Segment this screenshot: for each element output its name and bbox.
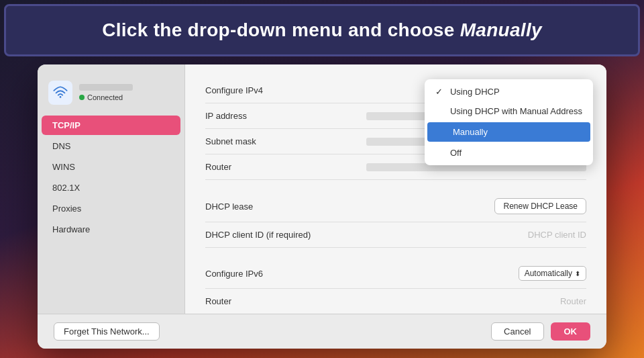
separator-1 bbox=[205, 180, 586, 191]
network-preferences-dialog: Connected TCP/IP DNS WINS 802.1X Proxies… bbox=[38, 64, 606, 349]
configure-ipv6-row: Configure IPv6 Automatically ⬍ bbox=[205, 259, 586, 289]
subnet-mask-label: Subnet mask bbox=[205, 136, 366, 146]
sidebar-item-label-8021x: 802.1X bbox=[52, 183, 80, 193]
sidebar-item-label-tcpip: TCP/IP bbox=[52, 120, 80, 130]
sidebar-item-proxies[interactable]: Proxies bbox=[42, 199, 180, 218]
banner-text-emphasis: Manually bbox=[460, 19, 542, 40]
router-ipv6-placeholder: Router bbox=[366, 296, 586, 306]
dropdown-label-using-dhcp: Using DHCP bbox=[450, 87, 500, 97]
dropdown-item-using-dhcp-manual[interactable]: Using DHCP with Manual Address bbox=[425, 101, 593, 121]
svg-point-0 bbox=[60, 96, 62, 98]
ok-button[interactable]: OK bbox=[551, 322, 591, 341]
checkmark-using-dhcp: ✓ bbox=[435, 87, 445, 97]
instruction-banner: Click the drop-down menu and choose Manu… bbox=[4, 4, 640, 56]
forget-network-button[interactable]: Forget This Network... bbox=[54, 322, 160, 341]
dropdown-item-off[interactable]: Off bbox=[425, 143, 593, 163]
footer-left: Forget This Network... bbox=[54, 322, 160, 341]
ipv6-select[interactable]: Automatically ⬍ bbox=[519, 266, 586, 281]
router-label: Router bbox=[205, 162, 366, 172]
banner-text-prefix: Click the drop-down menu and choose bbox=[102, 19, 460, 40]
network-name-blur bbox=[79, 84, 133, 91]
dialog-footer: Forget This Network... Cancel OK bbox=[38, 314, 606, 349]
dropdown-item-using-dhcp[interactable]: ✓ Using DHCP bbox=[425, 82, 593, 101]
connected-label: Connected bbox=[87, 93, 123, 101]
connected-dot bbox=[79, 95, 85, 100]
dhcp-lease-row: DHCP lease Renew DHCP Lease bbox=[205, 191, 586, 222]
sidebar-item-tcpip[interactable]: TCP/IP bbox=[42, 116, 180, 135]
dropdown-label-off: Off bbox=[450, 148, 462, 158]
wifi-icon bbox=[48, 81, 72, 105]
sidebar-item-label-dns: DNS bbox=[52, 141, 70, 151]
connection-status: Connected bbox=[79, 93, 133, 101]
sidebar-item-label-wins: WINS bbox=[52, 162, 75, 172]
ipv6-select-value: Automatically bbox=[525, 269, 572, 278]
updown-icon: ⬍ bbox=[575, 270, 580, 277]
configure-ipv4-dropdown: ✓ Using DHCP Using DHCP with Manual Addr… bbox=[425, 79, 593, 165]
configure-ipv6-value: Automatically ⬍ bbox=[519, 266, 586, 281]
renew-dhcp-button[interactable]: Renew DHCP Lease bbox=[494, 198, 586, 214]
sidebar-item-dns[interactable]: DNS bbox=[42, 136, 180, 156]
sidebar-item-8021x[interactable]: 802.1X bbox=[42, 178, 180, 197]
footer-right: Cancel OK bbox=[491, 322, 590, 341]
dialog-body: Connected TCP/IP DNS WINS 802.1X Proxies… bbox=[38, 64, 606, 314]
sidebar-item-hardware[interactable]: Hardware bbox=[42, 220, 180, 239]
dropdown-label-manually: Manually bbox=[453, 127, 488, 137]
dropdown-item-manually[interactable]: Manually bbox=[427, 122, 590, 142]
dhcp-client-id-label: DHCP client ID (if required) bbox=[205, 230, 366, 240]
router-ipv6-row: Router Router bbox=[205, 289, 586, 314]
network-name-box: Connected bbox=[79, 84, 133, 101]
router-ipv6-label: Router bbox=[205, 296, 366, 306]
sidebar: Connected TCP/IP DNS WINS 802.1X Proxies… bbox=[38, 64, 185, 314]
separator-2 bbox=[205, 248, 586, 259]
dhcp-lease-label: DHCP lease bbox=[205, 202, 366, 212]
network-info: Connected bbox=[38, 75, 184, 114]
cancel-button[interactable]: Cancel bbox=[491, 322, 543, 341]
sidebar-item-label-proxies: Proxies bbox=[52, 204, 81, 214]
dhcp-client-id-placeholder: DHCP client ID bbox=[366, 230, 586, 240]
configure-ipv4-label: Configure IPv4 bbox=[205, 85, 366, 95]
configure-ipv6-label: Configure IPv6 bbox=[205, 269, 366, 279]
dhcp-client-id-row: DHCP client ID (if required) DHCP client… bbox=[205, 222, 586, 248]
ip-address-label: IP address bbox=[205, 111, 366, 121]
sidebar-item-wins[interactable]: WINS bbox=[42, 157, 180, 177]
sidebar-item-label-hardware: Hardware bbox=[52, 224, 90, 234]
banner-text: Click the drop-down menu and choose Manu… bbox=[102, 19, 542, 41]
main-content: Configure IPv4 IP address Subnet mask bbox=[185, 64, 606, 314]
dropdown-label-using-dhcp-manual: Using DHCP with Manual Address bbox=[450, 106, 582, 116]
